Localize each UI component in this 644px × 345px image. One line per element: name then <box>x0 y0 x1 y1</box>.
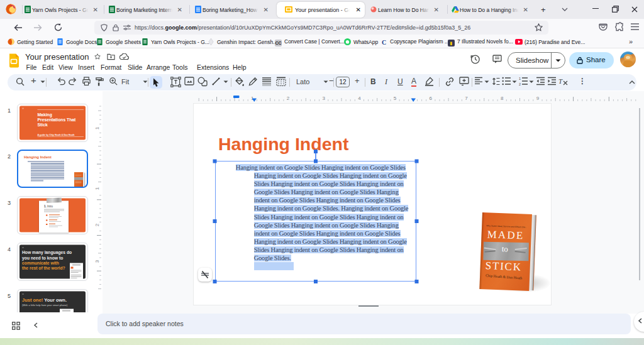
svg-text:2: 2 <box>287 96 290 101</box>
svg-text:1: 1 <box>94 187 100 190</box>
svg-text:3: 3 <box>322 96 325 101</box>
svg-text:6: 6 <box>430 96 433 101</box>
svg-text:7: 7 <box>465 96 468 101</box>
svg-text:1: 1 <box>519 77 521 80</box>
svg-text:9: 9 <box>536 96 540 101</box>
svg-text:2: 2 <box>519 82 521 86</box>
svg-text:4: 4 <box>358 96 361 101</box>
svg-text:T: T <box>558 77 563 85</box>
svg-text:3: 3 <box>94 260 100 263</box>
svg-text:2: 2 <box>94 223 100 226</box>
svg-text:8: 8 <box>501 96 504 101</box>
svg-text:1: 1 <box>94 126 100 129</box>
svg-text:5: 5 <box>394 96 397 101</box>
